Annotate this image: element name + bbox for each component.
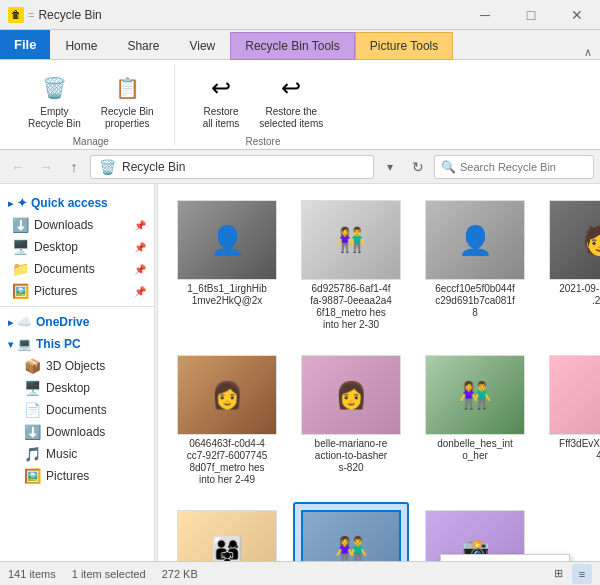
file-item-3[interactable]: 👤 6eccf10e5f0b044fc29d691b7ca081f8 bbox=[417, 192, 533, 339]
file-item-10[interactable]: 👫 metro-do...donny-pa...n-belle-mi...hes… bbox=[293, 502, 409, 561]
address-bar: ← → ↑ 🗑️ Recycle Bin ▾ ↻ 🔍 bbox=[0, 150, 600, 184]
maximize-button[interactable]: □ bbox=[508, 0, 554, 30]
context-header bbox=[441, 555, 569, 561]
file-item-2[interactable]: 👫 6d925786-6af1-4ffa-9887-0eeaa2a46f18_m… bbox=[293, 192, 409, 339]
manage-group-label: Manage bbox=[73, 136, 109, 147]
file-item-9[interactable]: 👨‍👩‍👧 FfI5ynnaEAAVG3N bbox=[169, 502, 285, 561]
downloads-pc-label: Downloads bbox=[46, 425, 146, 439]
tab-share[interactable]: Share bbox=[112, 32, 174, 59]
file-item-4[interactable]: 🧑 2021-09-14-15.56.22 bbox=[541, 192, 600, 339]
ribbon-expand-area: ∧ bbox=[453, 46, 600, 59]
sidebar-item-downloads-pc[interactable]: ⬇️ Downloads bbox=[0, 421, 154, 443]
pictures-icon: 🖼️ bbox=[12, 283, 28, 299]
file-thumb-5: 👩 bbox=[177, 355, 277, 435]
minimize-button[interactable]: ─ bbox=[462, 0, 508, 30]
sidebar-item-desktop-pc[interactable]: 🖥️ Desktop bbox=[0, 377, 154, 399]
downloads-pin-icon: 📌 bbox=[134, 220, 146, 231]
status-size: 272 KB bbox=[162, 568, 198, 580]
tab-picture-tools[interactable]: Picture Tools bbox=[355, 32, 453, 60]
sidebar-item-documents-pc[interactable]: 📄 Documents bbox=[0, 399, 154, 421]
empty-recycle-label: EmptyRecycle Bin bbox=[28, 106, 81, 130]
address-dropdown[interactable]: ▾ bbox=[378, 155, 402, 179]
file-item-7[interactable]: 👫 donbelle_hes_into_her bbox=[417, 347, 533, 494]
back-button[interactable]: ← bbox=[6, 155, 30, 179]
file-thumb-7: 👫 bbox=[425, 355, 525, 435]
quick-access-star-icon: ✦ bbox=[17, 196, 27, 210]
file-grid: 👤 1_6tBs1_1irghHib1mve2HkQ@2x 👫 6d925786… bbox=[163, 192, 592, 561]
ribbon-group-manage: 🗑️ EmptyRecycle Bin 📋 Recycle Binpropert… bbox=[8, 64, 175, 145]
tab-file[interactable]: File bbox=[0, 30, 50, 59]
view-grid-button[interactable]: ⊞ bbox=[548, 564, 568, 584]
sidebar-item-3d-objects[interactable]: 📦 3D Objects bbox=[0, 355, 154, 377]
sidebar-item-documents[interactable]: 📁 Documents 📌 bbox=[0, 258, 154, 280]
file-thumb-9: 👨‍👩‍👧 bbox=[177, 510, 277, 561]
properties-icon: 📋 bbox=[111, 72, 143, 104]
sidebar: ▸ ✦ Quick access ⬇️ Downloads 📌 🖥️ Deskt… bbox=[0, 184, 155, 561]
restore-all-label: Restoreall items bbox=[203, 106, 240, 130]
thispc-label: This PC bbox=[36, 337, 81, 351]
breadcrumb-prefix: = bbox=[28, 9, 34, 21]
file-thumb-6: 👩 bbox=[301, 355, 401, 435]
file-content: 👤 1_6tBs1_1irghHib1mve2HkQ@2x 👫 6d925786… bbox=[155, 184, 600, 561]
restore-all-button[interactable]: ↩ Restoreall items bbox=[195, 68, 248, 134]
tab-recycle-bin-tools[interactable]: Recycle Bin Tools bbox=[230, 32, 355, 60]
file-item-5[interactable]: 👩 0646463f-c0d4-4cc7-92f7-60077458d07f_m… bbox=[169, 347, 285, 494]
status-view-controls: ⊞ ≡ bbox=[548, 564, 592, 584]
downloads-label: Downloads bbox=[34, 218, 128, 232]
file-label-1: 1_6tBs1_1irghHib1mve2HkQ@2x bbox=[187, 283, 267, 307]
title-controls: ─ □ ✕ bbox=[462, 0, 600, 30]
onedrive-label: OneDrive bbox=[36, 315, 89, 329]
documents-pc-icon: 📄 bbox=[24, 402, 40, 418]
status-bar: 141 items 1 item selected 272 KB ⊞ ≡ bbox=[0, 561, 600, 585]
file-item-1[interactable]: 👤 1_6tBs1_1irghHib1mve2HkQ@2x bbox=[169, 192, 285, 339]
address-box[interactable]: 🗑️ Recycle Bin bbox=[90, 155, 374, 179]
sidebar-item-pictures-pc[interactable]: 🖼️ Pictures bbox=[0, 465, 154, 487]
documents-icon: 📁 bbox=[12, 261, 28, 277]
file-thumb-4: 🧑 bbox=[549, 200, 600, 280]
quick-access-label: Quick access bbox=[31, 196, 108, 210]
onedrive-icon: ☁️ bbox=[17, 315, 32, 329]
file-label-4: 2021-09-14-15.56.22 bbox=[559, 283, 600, 307]
tab-view[interactable]: View bbox=[174, 32, 230, 59]
file-thumb-2: 👫 bbox=[301, 200, 401, 280]
onedrive-section[interactable]: ▸ ☁️ OneDrive bbox=[0, 311, 154, 333]
file-item-11[interactable]: 📸 TeamGalaxy-DonBelle-brings-awesome-to-… bbox=[417, 502, 533, 561]
refresh-button[interactable]: ↻ bbox=[406, 155, 430, 179]
empty-recycle-bin-button[interactable]: 🗑️ EmptyRecycle Bin bbox=[20, 68, 89, 134]
file-label-7: donbelle_hes_into_her bbox=[437, 438, 513, 462]
restore-selected-icon: ↩ bbox=[275, 72, 307, 104]
sidebar-item-desktop[interactable]: 🖥️ Desktop 📌 bbox=[0, 236, 154, 258]
sidebar-item-pictures[interactable]: 🖼️ Pictures 📌 bbox=[0, 280, 154, 302]
3d-objects-label: 3D Objects bbox=[46, 359, 146, 373]
downloads-pc-icon: ⬇️ bbox=[24, 424, 40, 440]
file-item-8[interactable]: Fff3dEvXgAE5QV4 bbox=[541, 347, 600, 494]
search-input[interactable] bbox=[460, 161, 587, 173]
file-label-6: belle-mariano-reaction-to-bashers-820 bbox=[315, 438, 388, 474]
restore-buttons: ↩ Restoreall items ↩ Restore theselected… bbox=[195, 68, 332, 134]
address-icon: 🗑️ bbox=[99, 159, 116, 175]
music-label: Music bbox=[46, 447, 146, 461]
sidebar-item-downloads[interactable]: ⬇️ Downloads 📌 bbox=[0, 214, 154, 236]
desktop-pc-icon: 🖥️ bbox=[24, 380, 40, 396]
restore-all-icon: ↩ bbox=[205, 72, 237, 104]
view-list-button[interactable]: ≡ bbox=[572, 564, 592, 584]
desktop-pin-icon: 📌 bbox=[134, 242, 146, 253]
thispc-section[interactable]: ▾ 💻 This PC bbox=[0, 333, 154, 355]
status-selected: 1 item selected bbox=[72, 568, 146, 580]
downloads-icon: ⬇️ bbox=[12, 217, 28, 233]
documents-pin-icon: 📌 bbox=[134, 264, 146, 275]
forward-button[interactable]: → bbox=[34, 155, 58, 179]
file-thumb-10: 👫 bbox=[301, 510, 401, 561]
chevron-up-icon[interactable]: ∧ bbox=[584, 46, 592, 59]
search-box[interactable]: 🔍 bbox=[434, 155, 594, 179]
up-button[interactable]: ↑ bbox=[62, 155, 86, 179]
quick-access-header[interactable]: ▸ ✦ Quick access bbox=[0, 192, 154, 214]
close-button[interactable]: ✕ bbox=[554, 0, 600, 30]
sidebar-item-music[interactable]: 🎵 Music bbox=[0, 443, 154, 465]
restore-selected-button[interactable]: ↩ Restore theselected items bbox=[251, 68, 331, 134]
ribbon-content: 🗑️ EmptyRecycle Bin 📋 Recycle Binpropert… bbox=[0, 60, 600, 150]
address-path: Recycle Bin bbox=[122, 160, 185, 174]
file-item-6[interactable]: 👩 belle-mariano-reaction-to-bashers-820 bbox=[293, 347, 409, 494]
tab-home[interactable]: Home bbox=[50, 32, 112, 59]
recycle-bin-properties-button[interactable]: 📋 Recycle Binproperties bbox=[93, 68, 162, 134]
